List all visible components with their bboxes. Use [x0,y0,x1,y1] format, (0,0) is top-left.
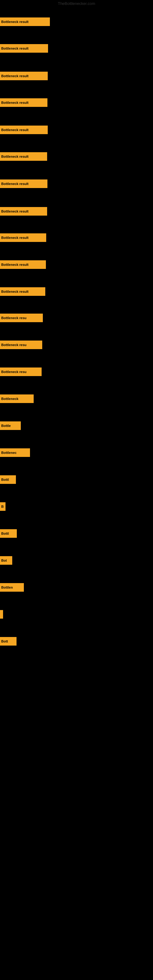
bottleneck-bar-label: B [1,505,4,508]
bottleneck-bar: Bottleneck result [0,44,48,52]
bottleneck-bar-label: Bottle [1,424,11,428]
bottleneck-bar: Bottl [0,475,16,484]
bottleneck-bar-label: Bottleneck result [1,210,29,213]
bottleneck-bar: Bottlenec [0,449,30,457]
bottleneck-bar-label: Bottleneck result [1,101,29,105]
bottleneck-bar-label: Bottlen [1,585,13,589]
bottleneck-bar: Bottleneck result [0,207,47,216]
bottleneck-bar-label: Bottleneck result [1,20,29,24]
bottleneck-bar-label: Bottleneck resu [1,370,27,374]
bottleneck-bar-label: Bot [1,558,7,562]
bottleneck-bar: Bot [0,556,12,565]
bottleneck-bar-label: Bottleneck resu [1,343,27,347]
bottleneck-bar-label: Bottleneck resu [1,316,27,320]
bottleneck-bar-label: Bottleneck result [1,155,29,158]
bottleneck-bar: Bottle [0,422,21,430]
bottleneck-bar-label: Bottleneck result [1,263,29,266]
bottleneck-bar-label: Bottleneck result [1,128,29,132]
bottleneck-bar: Bottleneck result [0,152,47,161]
bottleneck-bar: B [0,502,5,511]
bottleneck-bar-label: Bott [1,640,8,643]
bottleneck-bar [0,610,3,619]
bottleneck-bar-label: Bottl [1,531,9,535]
bottleneck-bar-label: Bottleneck result [1,290,29,293]
bottleneck-bar: Bottleneck result [0,233,46,242]
bottleneck-bar: Bottleneck result [0,287,45,296]
bottleneck-bar-label: Bottleneck result [1,46,29,50]
bottleneck-bar: Bottlen [0,583,24,592]
bottleneck-bar-label: Bottleneck [1,397,18,401]
bottleneck-bar: Bottleneck resu [0,368,41,376]
bottleneck-bar: Bottleneck result [0,180,48,188]
bottleneck-bar-label: Bottlenec [1,451,16,455]
bottleneck-bar: Bott [0,637,16,646]
bottleneck-bar: Bottleneck result [0,98,48,107]
bottleneck-bar: Bottleneck [0,395,33,403]
bottleneck-bar: Bottleneck result [0,260,46,269]
bottleneck-bar-label: Bottl [1,478,9,481]
bottleneck-bar-label: Bottleneck result [1,182,29,186]
bottleneck-bar-label: Bottleneck result [1,74,29,78]
site-title: TheBottlenecker.com [0,1,153,6]
bottleneck-bar: Bottleneck resu [0,313,43,322]
bottleneck-bar: Bottleneck result [0,18,50,26]
bottleneck-bar: Bottl [0,529,17,538]
bottleneck-bar-label: Bottleneck result [1,236,29,240]
bottleneck-bar: Bottleneck result [0,72,48,80]
bottleneck-bar: Bottleneck resu [0,340,42,349]
bottleneck-bar: Bottleneck result [0,126,48,134]
